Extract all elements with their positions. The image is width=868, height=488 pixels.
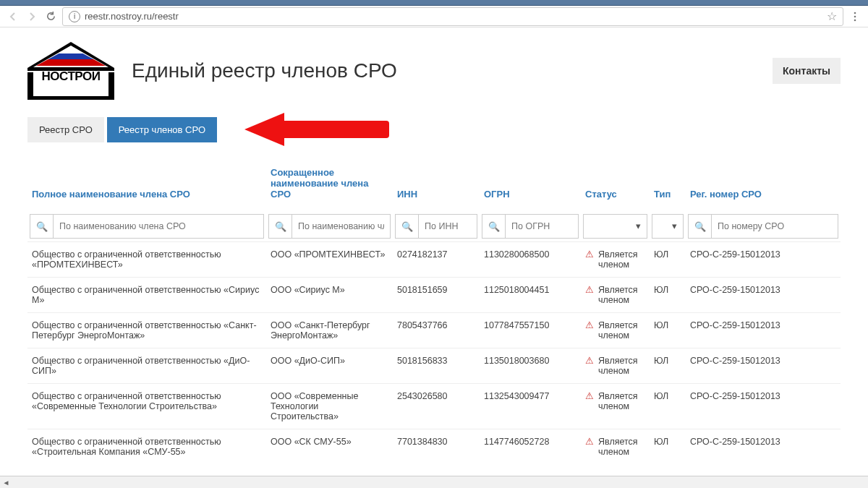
horizontal-scrollbar[interactable]: ◄ bbox=[0, 476, 868, 479]
svg-point-0 bbox=[854, 12, 856, 14]
cell-type: ЮЛ bbox=[650, 242, 686, 278]
cell-inn: 7701384830 bbox=[393, 429, 480, 465]
cell-inn: 7805437766 bbox=[393, 313, 480, 348]
cell-type: ЮЛ bbox=[650, 313, 686, 348]
cell-ogrn: 1135018003680 bbox=[480, 348, 581, 384]
table-row[interactable]: Общество с ограниченной ответственностью… bbox=[27, 278, 841, 313]
warning-icon: ⚠ bbox=[585, 356, 594, 365]
cell-status: Является членом bbox=[598, 285, 645, 305]
cell-type: ЮЛ bbox=[650, 278, 686, 313]
svg-point-2 bbox=[854, 19, 856, 21]
forward-button[interactable] bbox=[25, 9, 39, 24]
cell-status: Является членом bbox=[598, 391, 645, 411]
back-button[interactable] bbox=[6, 9, 20, 24]
filter-status-select[interactable] bbox=[583, 214, 647, 239]
cell-status: Является членом bbox=[598, 356, 645, 376]
cell-type: ЮЛ bbox=[650, 429, 686, 465]
cell-inn: 5018156833 bbox=[393, 348, 480, 384]
cell-reg-num: СРО-С-259-15012013 bbox=[686, 429, 841, 465]
filter-reg-num[interactable] bbox=[711, 214, 838, 239]
cell-full-name: Общество с ограниченной ответственностью… bbox=[27, 278, 266, 313]
cell-short-name: ООО «СК СМУ-55» bbox=[266, 429, 393, 465]
browser-toolbar: i reestr.nostroy.ru/reestr ☆ bbox=[0, 6, 868, 27]
filter-ogrn[interactable] bbox=[505, 214, 579, 239]
search-icon[interactable]: 🔍 bbox=[688, 214, 711, 239]
search-icon[interactable]: 🔍 bbox=[268, 214, 292, 239]
cell-short-name: ООО «Современные Технологии Строительств… bbox=[266, 384, 393, 429]
cell-ogrn: 1147746052728 bbox=[480, 429, 581, 465]
col-inn[interactable]: ИНН bbox=[393, 163, 480, 211]
search-icon[interactable]: 🔍 bbox=[30, 214, 53, 239]
col-short-name[interactable]: Сокращенное наименование члена СРО bbox=[266, 163, 393, 211]
search-icon[interactable]: 🔍 bbox=[482, 214, 505, 239]
cell-status: Является членом bbox=[598, 249, 645, 270]
scroll-left-button[interactable]: ◄ bbox=[0, 476, 12, 479]
cell-status: Является членом bbox=[598, 437, 645, 457]
search-icon[interactable]: 🔍 bbox=[395, 214, 418, 239]
logo-text: НОСТРОЙ bbox=[35, 69, 107, 84]
cell-type: ЮЛ bbox=[650, 348, 686, 384]
cell-reg-num: СРО-С-259-15012013 bbox=[686, 278, 841, 313]
cell-short-name: ООО «ДиО-СИП» bbox=[266, 348, 393, 384]
cell-ogrn: 1130280068500 bbox=[480, 242, 581, 278]
warning-icon: ⚠ bbox=[585, 320, 594, 330]
table-row[interactable]: Общество с ограниченной ответственностью… bbox=[27, 429, 841, 465]
site-info-icon[interactable]: i bbox=[69, 11, 80, 22]
cell-reg-num: СРО-С-259-15012013 bbox=[686, 348, 841, 384]
menu-button[interactable] bbox=[848, 9, 862, 24]
url-text: reestr.nostroy.ru/reestr bbox=[85, 11, 179, 22]
nostroy-logo: НОСТРОЙ bbox=[27, 42, 114, 100]
cell-ogrn: 1125018004451 bbox=[480, 278, 581, 313]
cell-short-name: ООО «Сириус М» bbox=[266, 278, 393, 313]
cell-inn: 5018151659 bbox=[393, 278, 480, 313]
svg-point-1 bbox=[854, 15, 856, 17]
address-bar[interactable]: i reestr.nostroy.ru/reestr ☆ bbox=[62, 7, 843, 26]
warning-icon: ⚠ bbox=[585, 437, 594, 446]
reload-button[interactable] bbox=[43, 9, 58, 24]
members-table: Полное наименование члена СРО Сокращенно… bbox=[27, 163, 841, 464]
cell-status: Является членом bbox=[598, 320, 645, 341]
col-type[interactable]: Тип bbox=[650, 163, 686, 211]
cell-full-name: Общество с ограниченной ответственностью… bbox=[27, 384, 266, 429]
bookmark-star-icon[interactable]: ☆ bbox=[827, 9, 837, 23]
cell-short-name: ООО «Санкт-Петербург ЭнергоМонтаж» bbox=[266, 313, 393, 348]
col-status[interactable]: Статус bbox=[581, 163, 650, 211]
annotation-arrow bbox=[244, 113, 389, 146]
tab-reestr-chlenov-sro[interactable]: Реестр членов СРО bbox=[107, 117, 217, 142]
cell-full-name: Общество с ограниченной ответственностью… bbox=[27, 429, 266, 465]
cell-full-name: Общество с ограниченной ответственностью… bbox=[27, 242, 266, 278]
cell-reg-num: СРО-С-259-15012013 bbox=[686, 313, 841, 348]
filter-type-select[interactable] bbox=[652, 214, 684, 239]
tab-bar: Реестр СРО Реестр членов СРО bbox=[27, 117, 841, 142]
cell-ogrn: 1132543009477 bbox=[480, 384, 581, 429]
warning-icon: ⚠ bbox=[585, 391, 594, 401]
warning-icon: ⚠ bbox=[585, 285, 594, 294]
table-row[interactable]: Общество с ограниченной ответственностью… bbox=[27, 313, 841, 348]
cell-ogrn: 1077847557150 bbox=[480, 313, 581, 348]
window-tab-strip bbox=[0, 0, 868, 6]
cell-full-name: Общество с ограниченной ответственностью… bbox=[27, 313, 266, 348]
cell-reg-num: СРО-С-259-15012013 bbox=[686, 242, 841, 278]
page-title: Единый реестр членов СРО bbox=[132, 59, 397, 82]
table-row[interactable]: Общество с ограниченной ответственностью… bbox=[27, 348, 841, 384]
col-ogrn[interactable]: ОГРН bbox=[480, 163, 581, 211]
cell-full-name: Общество с ограниченной ответственностью… bbox=[27, 348, 266, 384]
table-row[interactable]: Общество с ограниченной ответственностью… bbox=[27, 384, 841, 429]
cell-reg-num: СРО-С-259-15012013 bbox=[686, 384, 841, 429]
tab-reestr-sro[interactable]: Реестр СРО bbox=[27, 117, 104, 142]
filter-full-name[interactable] bbox=[53, 214, 264, 239]
col-full-name[interactable]: Полное наименование члена СРО bbox=[27, 163, 266, 211]
contacts-button[interactable]: Контакты bbox=[773, 58, 841, 84]
cell-inn: 2543026580 bbox=[393, 384, 480, 429]
cell-inn: 0274182137 bbox=[393, 242, 480, 278]
table-row[interactable]: Общество с ограниченной ответственностью… bbox=[27, 242, 841, 278]
filter-inn[interactable] bbox=[418, 214, 477, 239]
filter-short-name[interactable] bbox=[292, 214, 391, 239]
col-reg-num[interactable]: Рег. номер СРО bbox=[686, 163, 841, 211]
warning-icon: ⚠ bbox=[585, 249, 594, 259]
page-content: НОСТРОЙ Единый реестр членов СРО Контакт… bbox=[0, 27, 868, 479]
cell-type: ЮЛ bbox=[650, 384, 686, 429]
cell-short-name: ООО «ПРОМТЕХИНВЕСТ» bbox=[266, 242, 393, 278]
